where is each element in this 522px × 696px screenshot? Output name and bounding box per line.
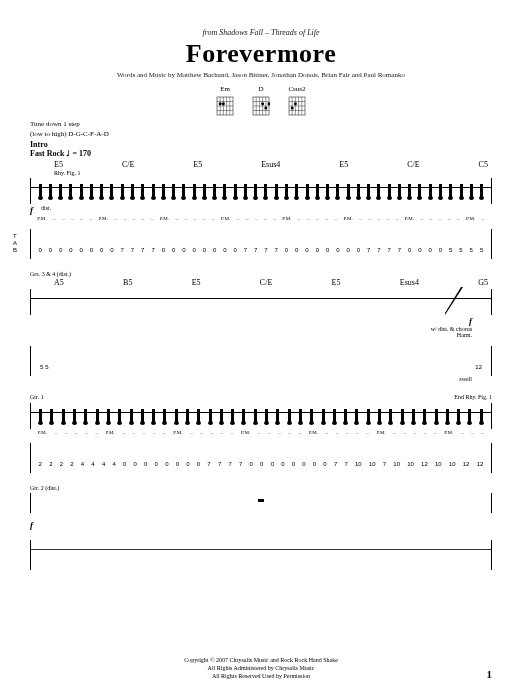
pm-marking: P.M. — [221, 216, 230, 221]
pm-marking: – — [114, 216, 117, 221]
note-icon — [446, 409, 449, 423]
system-2: Grs. 3 & 4 (dist.) A5 B5 E5 C/E E5 Esus4… — [30, 271, 492, 382]
rhy-fig-label: Rhy. Fig. 1 — [54, 170, 492, 176]
note-icon — [90, 184, 93, 198]
pm-marking: P.M. — [282, 216, 291, 221]
note-icon — [39, 184, 42, 198]
note-icon — [412, 409, 415, 423]
pm-marking: – — [194, 216, 197, 221]
tab-number: 2 — [69, 461, 74, 467]
note-icon — [377, 184, 380, 198]
note-icon — [254, 409, 257, 423]
note-icon — [355, 409, 358, 423]
tab-number: 0 — [304, 247, 309, 253]
tab-number: 0 — [325, 247, 330, 253]
dynamic-marking: f — [469, 316, 472, 326]
note-icon — [435, 409, 438, 423]
note-icon — [306, 184, 309, 198]
tab-number: 7 — [397, 247, 402, 253]
pm-marking: – — [231, 430, 234, 435]
part-label: Grs. 3 & 4 (dist.) — [30, 271, 492, 277]
dynamic-marking: f — [30, 205, 33, 215]
note-icon — [429, 184, 432, 198]
tab-number: 4 — [90, 461, 95, 467]
pm-marking: – — [359, 216, 362, 221]
pm-marking: – — [430, 216, 433, 221]
note-icon — [203, 184, 206, 198]
note-icon — [84, 409, 87, 423]
tab-number: 0 — [68, 247, 73, 253]
pm-marking: – — [307, 216, 310, 221]
tab-number: 0 — [270, 461, 275, 467]
pm-marking: P.M. — [376, 430, 385, 435]
pm-marking: – — [190, 430, 193, 435]
chord-diagram-d: D — [252, 85, 270, 116]
note-icon — [59, 184, 62, 198]
tab-number: 0 — [284, 247, 289, 253]
tab-number: 0 — [48, 247, 53, 253]
tab-number: 10 — [406, 461, 415, 467]
note-icon — [242, 409, 245, 423]
pm-marking: – — [71, 216, 74, 221]
tab-number: 0 — [222, 247, 227, 253]
tab-number: 5 — [448, 247, 453, 253]
pm-marking: P.M. — [309, 430, 318, 435]
section-label: Intro — [30, 140, 492, 149]
tab-number: 2 — [38, 461, 43, 467]
pm-marking: – — [334, 216, 337, 221]
pm-marking: – — [151, 216, 154, 221]
note-icon — [326, 184, 329, 198]
note-icon — [80, 184, 83, 198]
pm-marking: – — [326, 430, 329, 435]
dynamic-marking: f — [30, 520, 33, 530]
pm-marking: – — [421, 216, 424, 221]
pm-marking: – — [185, 216, 188, 221]
note-icon — [439, 184, 442, 198]
note-icon — [50, 409, 53, 423]
chord-diagrams: Em D — [30, 85, 492, 116]
pm-marking: – — [366, 430, 369, 435]
pm-marking: P.M. — [38, 430, 47, 435]
note-icon — [288, 409, 291, 423]
note-icon — [408, 184, 411, 198]
tab-number: 0 — [171, 247, 176, 253]
tab-number: 7 — [150, 247, 155, 253]
svg-point-29 — [291, 107, 294, 110]
pm-marking: – — [55, 430, 58, 435]
tempo-marking: Fast Rock ♩ = 170 — [30, 149, 492, 158]
pm-marking: – — [203, 216, 206, 221]
pm-marking: – — [424, 430, 427, 435]
pm-marking: P.M. — [444, 430, 453, 435]
note-icon — [401, 409, 404, 423]
chord-grid-icon — [288, 94, 306, 116]
pm-marking: P.M. — [344, 216, 353, 221]
note-icon — [254, 184, 257, 198]
pm-marking: – — [133, 430, 136, 435]
tab-number: 7 — [227, 461, 232, 467]
chord-grid-icon — [216, 94, 234, 116]
tab-number: 0 — [438, 247, 443, 253]
tab-number: 0 — [181, 247, 186, 253]
chord-row: A5 B5 E5 C/E E5 Esus4 G5 — [30, 278, 492, 287]
pm-marking: – — [95, 430, 98, 435]
technique-label: dist. — [41, 205, 51, 215]
tab-number: 7 — [243, 247, 248, 253]
part-label: Gtr. 2 (dist.) — [30, 485, 492, 491]
note-icon — [172, 184, 175, 198]
tab-number: 0 — [212, 247, 217, 253]
note-icon — [344, 409, 347, 423]
tab-number: 0 — [191, 247, 196, 253]
note-icon — [193, 184, 196, 198]
palm-mute-row: P.M.–––––P.M.–––––P.M.–––––P.M.–––––P.M.… — [30, 216, 492, 221]
system-4: Gtr. 2 (dist.) f — [30, 485, 492, 570]
note-icon — [96, 409, 99, 423]
tab-number: 2 — [59, 461, 64, 467]
copyright-footer: Copyright © 2007 Chrysalis Music and Roc… — [0, 656, 522, 680]
pm-marking: – — [123, 216, 126, 221]
note-icon — [197, 409, 200, 423]
note-icon — [131, 184, 134, 198]
note-icon — [175, 409, 178, 423]
pm-marking: – — [378, 216, 381, 221]
notation-staff — [30, 178, 492, 204]
tab-number: 12 — [462, 461, 471, 467]
